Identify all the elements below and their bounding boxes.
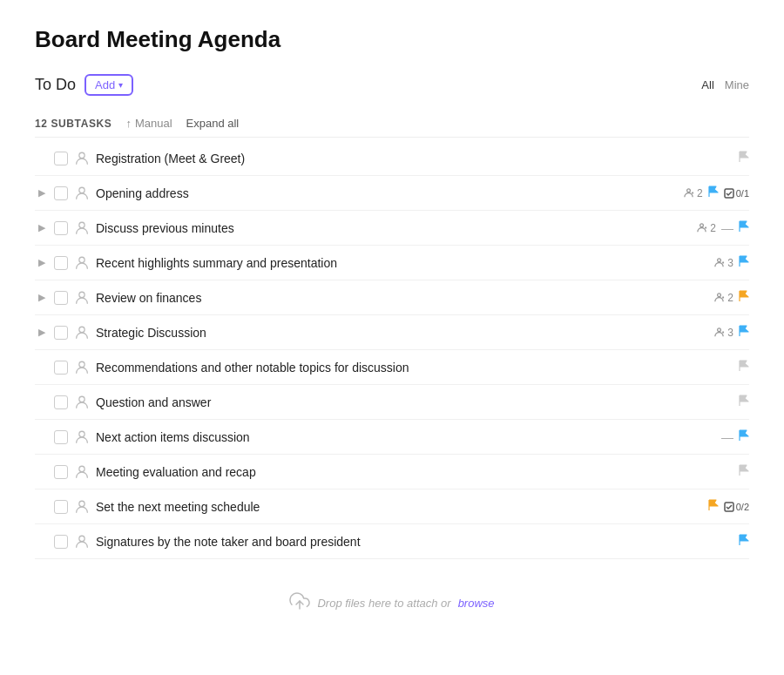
- flag-icon[interactable]: [739, 255, 749, 270]
- subtask-count: 2: [696, 222, 716, 234]
- task-checkbox[interactable]: [54, 221, 68, 235]
- task-checkbox[interactable]: [54, 361, 68, 375]
- person-icon: [73, 498, 91, 516]
- section-right: All Mine: [701, 78, 749, 91]
- flag-icon[interactable]: [739, 429, 749, 444]
- person-icon: [73, 463, 91, 481]
- svg-point-22: [79, 361, 84, 367]
- filter-mine[interactable]: Mine: [725, 78, 749, 91]
- chevron-down-icon: ▾: [118, 80, 123, 90]
- svg-point-6: [79, 222, 84, 227]
- flag-icon[interactable]: [708, 186, 719, 200]
- person-icon: [73, 150, 91, 167]
- flag-icon[interactable]: [739, 151, 749, 165]
- task-item: ▶ Set the next meeting schedule 0/2: [35, 489, 749, 524]
- flag-icon[interactable]: [739, 395, 749, 409]
- add-button[interactable]: Add ▾: [84, 74, 133, 96]
- sort-arrow-icon: ↑: [125, 117, 132, 130]
- task-checkbox[interactable]: [54, 465, 68, 479]
- flag-icon[interactable]: [708, 499, 719, 514]
- flag-icon[interactable]: [739, 534, 749, 549]
- browse-link[interactable]: browse: [458, 597, 495, 610]
- expand-all-button[interactable]: Expand all: [186, 117, 240, 130]
- task-checkbox[interactable]: [54, 535, 68, 549]
- task-checkbox[interactable]: [54, 152, 68, 165]
- upload-icon: [289, 591, 310, 616]
- svg-point-2: [687, 189, 691, 192]
- task-checkbox[interactable]: [54, 430, 68, 444]
- checklist-badge: 0/2: [724, 502, 749, 512]
- task-item: ▶ Question and answer: [35, 385, 749, 420]
- subtask-count: 3: [713, 257, 733, 269]
- task-item: ▶ Opening address 2 0/1: [35, 176, 749, 211]
- flag-icon[interactable]: [739, 220, 749, 235]
- task-checkbox[interactable]: [54, 500, 68, 514]
- task-name: Meeting evaluation and recap: [96, 465, 733, 479]
- dash-icon: —: [721, 430, 733, 444]
- expand-arrow-icon[interactable]: ▶: [35, 187, 49, 199]
- svg-point-7: [700, 224, 704, 227]
- task-name: Recommendations and other notable topics…: [96, 361, 733, 375]
- task-item: ▶ Recommendations and other notable topi…: [35, 350, 749, 385]
- task-name: Set the next meeting schedule: [96, 500, 703, 514]
- person-icon: [73, 185, 91, 202]
- task-meta: 0/2: [708, 499, 749, 514]
- task-item: ▶ Review on finances 2: [35, 280, 749, 315]
- flag-icon[interactable]: [739, 464, 749, 479]
- task-name: Opening address: [96, 186, 678, 200]
- task-meta: [739, 534, 749, 549]
- subtask-count: 2: [713, 292, 733, 304]
- task-name: Recent highlights summary and presentati…: [96, 256, 708, 270]
- person-icon: [73, 324, 91, 341]
- expand-arrow-icon[interactable]: ▶: [35, 257, 49, 268]
- task-checkbox[interactable]: [54, 186, 68, 200]
- task-name: Registration (Meet & Greet): [96, 152, 733, 165]
- expand-arrow-icon[interactable]: ▶: [35, 222, 49, 233]
- person-icon: [73, 533, 91, 550]
- task-meta: —: [721, 429, 749, 444]
- task-checkbox[interactable]: [54, 326, 68, 340]
- svg-point-19: [718, 328, 721, 332]
- task-item: ▶ Meeting evaluation and recap: [35, 455, 749, 489]
- expand-arrow-icon[interactable]: ▶: [35, 327, 49, 338]
- task-name: Discuss previous minutes: [96, 221, 691, 235]
- task-checkbox[interactable]: [54, 395, 68, 409]
- svg-point-18: [79, 327, 84, 332]
- task-name: Next action items discussion: [96, 430, 716, 444]
- subtasks-bar: 12 SUBTASKS ↑ Manual Expand all: [35, 110, 749, 138]
- flag-icon[interactable]: [739, 325, 749, 340]
- section-left: To Do Add ▾: [35, 74, 133, 96]
- svg-point-28: [79, 536, 84, 541]
- task-name: Review on finances: [96, 291, 708, 305]
- task-item: ▶ Next action items discussion—: [35, 420, 749, 455]
- task-list: ▶ Registration (Meet & Greet) ▶ Opening …: [35, 141, 749, 559]
- svg-point-14: [79, 292, 84, 297]
- svg-point-0: [79, 152, 84, 158]
- sort-label: Manual: [135, 117, 172, 130]
- flag-icon[interactable]: [739, 290, 749, 305]
- filter-all[interactable]: All: [701, 78, 713, 91]
- task-item: ▶ Signatures by the note taker and board…: [35, 524, 749, 559]
- sort-button[interactable]: ↑ Manual: [125, 117, 172, 130]
- task-meta: 2—: [696, 220, 749, 235]
- task-meta: 3: [713, 325, 749, 340]
- task-meta: 3: [713, 255, 749, 270]
- subtask-count: 2: [683, 187, 703, 199]
- person-icon: [73, 254, 91, 272]
- task-meta: 2: [713, 290, 749, 305]
- svg-point-24: [79, 431, 84, 436]
- task-checkbox[interactable]: [54, 291, 68, 305]
- task-meta: [739, 464, 749, 479]
- subtasks-count: 12 SUBTASKS: [35, 118, 112, 130]
- task-item: ▶ Registration (Meet & Greet): [35, 141, 749, 176]
- task-name: Strategic Discussion: [96, 326, 708, 340]
- flag-icon[interactable]: [739, 360, 749, 375]
- task-checkbox[interactable]: [54, 256, 68, 270]
- svg-point-15: [718, 294, 721, 297]
- task-item: ▶ Discuss previous minutes 2—: [35, 211, 749, 246]
- task-meta: 2 0/1: [683, 186, 749, 200]
- svg-point-25: [79, 466, 84, 471]
- subtask-count: 3: [713, 327, 733, 339]
- person-icon: [73, 219, 91, 237]
- expand-arrow-icon[interactable]: ▶: [35, 292, 49, 303]
